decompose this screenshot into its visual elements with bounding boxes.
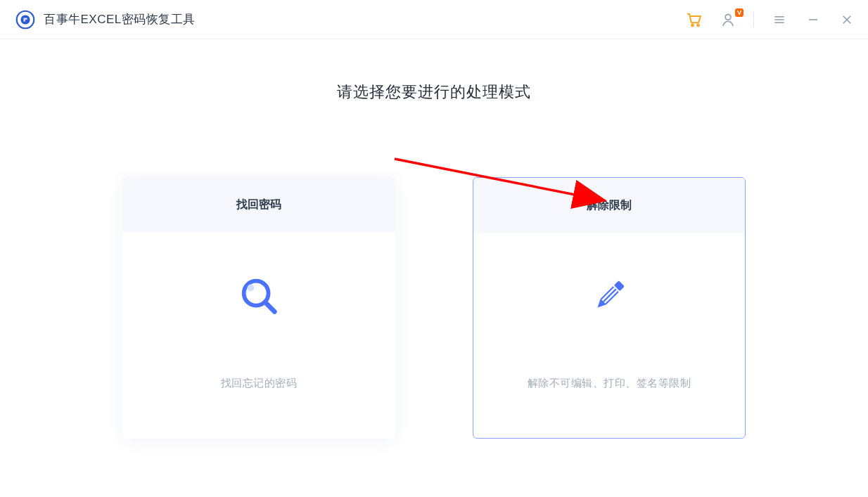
svg-point-6	[697, 24, 699, 26]
app-title: 百事牛EXCEL密码恢复工具	[44, 11, 196, 27]
magnifier-icon	[237, 274, 281, 321]
svg-line-16	[266, 302, 275, 311]
svg-point-7	[725, 14, 731, 20]
svg-rect-3	[25, 18, 27, 19]
mode-card-recover-password[interactable]: 找回密码 找回忘记的密码	[122, 177, 395, 439]
titlebar: 百事牛EXCEL密码恢复工具 V	[0, 0, 868, 39]
card-desc: 解除不可编辑、打印、签名等限制	[528, 377, 691, 390]
vip-badge: V	[735, 8, 743, 17]
card-header: 找回密码	[122, 177, 395, 232]
card-body: 找回忘记的密码	[122, 232, 395, 439]
menu-icon[interactable]	[771, 11, 788, 28]
close-icon[interactable]	[838, 11, 855, 28]
user-icon[interactable]: V	[720, 11, 736, 28]
divider	[753, 12, 754, 27]
card-title: 解除限制	[587, 198, 632, 213]
card-body: 解除不可编辑、打印、签名等限制	[473, 233, 745, 438]
app-logo-icon	[15, 10, 35, 30]
pencil-icon	[587, 274, 631, 321]
card-header: 解除限制	[473, 178, 745, 233]
svg-rect-2	[24, 18, 25, 19]
card-desc: 找回忘记的密码	[221, 377, 298, 390]
page-heading: 请选择您要进行的处理模式	[0, 82, 868, 103]
svg-point-15	[248, 284, 255, 291]
cart-icon[interactable]	[686, 11, 703, 28]
svg-point-1	[20, 15, 30, 24]
svg-rect-4	[24, 20, 25, 21]
card-title: 找回密码	[236, 198, 281, 212]
svg-point-5	[691, 24, 694, 26]
titlebar-actions: V	[686, 11, 855, 28]
mode-card-remove-restriction[interactable]: 解除限制 解除不可编辑、打印、签名等限制	[473, 177, 746, 439]
main-content: 请选择您要进行的处理模式 找回密码 找回忘记的密码 解除限制	[0, 39, 868, 439]
mode-cards: 找回密码 找回忘记的密码 解除限制	[0, 177, 868, 439]
minimize-icon[interactable]	[805, 11, 822, 28]
